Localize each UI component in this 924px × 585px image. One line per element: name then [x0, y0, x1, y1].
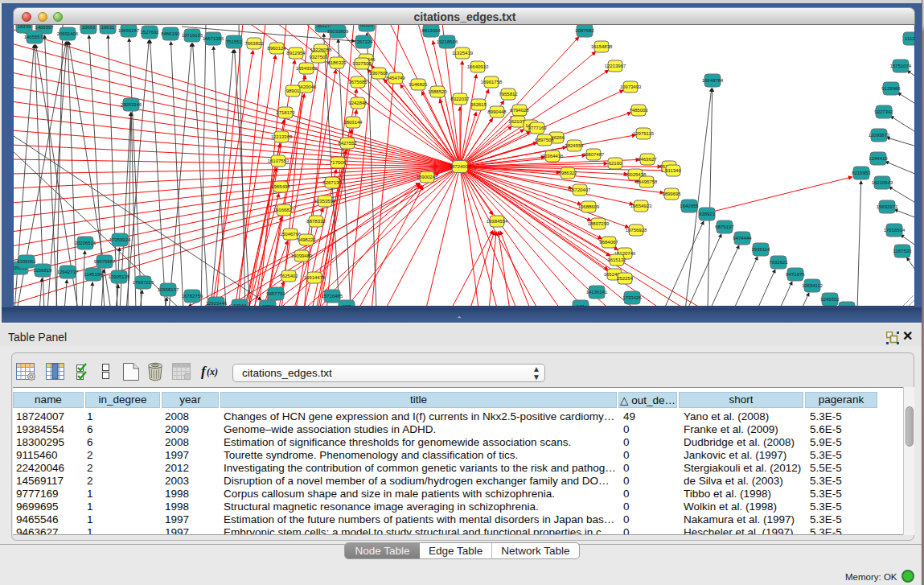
svg-text:9684067: 9684067	[599, 240, 618, 245]
svg-text:10719155: 10719155	[182, 33, 203, 38]
svg-text:16210643: 16210643	[872, 180, 893, 185]
svg-text:14099489: 14099489	[291, 253, 313, 258]
svg-text:15046766: 15046766	[280, 232, 302, 237]
svg-text:1640955: 1640955	[680, 204, 699, 208]
svg-text:7955812: 7955812	[499, 92, 518, 97]
svg-text:7986322: 7986322	[558, 171, 577, 175]
svg-text:7485003: 7485003	[629, 108, 648, 113]
svg-text:12213967: 12213967	[605, 64, 626, 68]
svg-text:8878332: 8878332	[306, 219, 326, 224]
svg-text:8454749: 8454749	[386, 76, 405, 80]
svg-text:16671355: 16671355	[203, 36, 224, 41]
svg-text:1588520: 1588520	[428, 89, 447, 94]
svg-text:10973493: 10973493	[620, 84, 642, 89]
svg-text:11125: 11125	[905, 36, 915, 41]
svg-text:9146821: 9146821	[409, 82, 428, 87]
svg-text:16107553: 16107553	[268, 159, 290, 163]
svg-text:2935114: 2935114	[752, 247, 771, 252]
svg-text:15751074: 15751074	[890, 64, 912, 68]
svg-text:15720407: 15720407	[569, 187, 591, 192]
svg-text:62160: 62160	[609, 161, 622, 166]
svg-text:14136141: 14136141	[586, 290, 608, 295]
svg-text:10688609: 10688609	[578, 204, 600, 209]
svg-text:8186323: 8186323	[327, 60, 347, 65]
svg-text:16961758: 16961758	[481, 80, 503, 84]
svg-text:9327503: 9327503	[309, 55, 328, 60]
svg-text:8990448: 8990448	[487, 109, 507, 114]
svg-text:2087682: 2087682	[575, 28, 594, 33]
svg-text:1244419: 1244419	[869, 156, 888, 161]
svg-text:141: 141	[577, 304, 585, 307]
svg-text:19756928: 19756928	[626, 228, 647, 233]
svg-text:10655267: 10655267	[118, 28, 140, 33]
svg-text:1145194: 1145194	[84, 272, 104, 277]
svg-text:9129966: 9129966	[881, 86, 901, 91]
svg-text:924565: 924565	[839, 306, 856, 307]
svg-text:938923: 938923	[699, 212, 716, 216]
svg-text:8912954: 8912954	[286, 51, 306, 56]
svg-text:93975887: 93975887	[94, 259, 116, 264]
svg-text:10654112: 10654112	[802, 283, 823, 288]
svg-text:16631: 16631	[101, 25, 115, 30]
svg-text:88326: 88326	[360, 25, 374, 27]
svg-text:1965495: 1965495	[271, 184, 290, 189]
svg-text:8813054: 8813054	[421, 28, 441, 33]
svg-text:19384554: 19384554	[487, 219, 508, 224]
svg-text:5498222: 5498222	[297, 237, 316, 242]
svg-text:9777169: 9777169	[528, 126, 547, 130]
svg-text:9899695: 9899695	[662, 192, 681, 196]
svg-text:9335051: 9335051	[17, 259, 36, 264]
svg-text:20206516: 20206516	[75, 241, 97, 245]
svg-text:98901: 98901	[286, 89, 300, 93]
svg-text:(x): (x)	[207, 366, 218, 377]
svg-text:29053346: 29053346	[121, 102, 142, 107]
svg-text:19654923: 19654923	[630, 204, 652, 208]
svg-text:6794028: 6794028	[510, 108, 529, 113]
svg-text:2803144: 2803144	[343, 120, 363, 125]
svg-text:1156819: 1156819	[34, 268, 53, 273]
svg-text:9245652: 9245652	[820, 297, 840, 302]
svg-text:6879197: 6879197	[715, 225, 734, 229]
svg-text:8267130: 8267130	[322, 180, 342, 185]
svg-text:20364436: 20364436	[542, 154, 564, 159]
svg-text:17016504: 17016504	[884, 228, 906, 233]
svg-text:19218506: 19218506	[437, 39, 458, 44]
svg-text:16495758: 16495758	[636, 179, 658, 184]
svg-text:8471676: 8471676	[786, 272, 805, 277]
svg-text:16154838: 16154838	[591, 44, 613, 49]
svg-text:16543362: 16543362	[296, 66, 318, 71]
svg-text:9474444: 9474444	[733, 236, 752, 241]
svg-text:1405557: 1405557	[35, 25, 54, 30]
svg-text:14055572: 14055572	[24, 35, 46, 39]
svg-text:11325419: 11325419	[452, 51, 474, 56]
svg-text:362615: 362615	[470, 102, 487, 107]
svg-text:16648784: 16648784	[702, 78, 724, 83]
svg-text:19166827: 19166827	[273, 208, 295, 212]
svg-text:8215953: 8215953	[852, 171, 871, 175]
svg-text:157: 157	[343, 304, 351, 307]
svg-text:16914479: 16914479	[304, 275, 326, 280]
svg-text:10807487: 10807487	[583, 152, 605, 157]
svg-text:1167533: 1167533	[893, 249, 913, 253]
svg-text:17359924: 17359924	[109, 237, 131, 242]
svg-text:12942737: 12942737	[57, 270, 79, 274]
svg-text:717006: 717006	[330, 160, 347, 165]
svg-text:16033809: 16033809	[327, 29, 349, 34]
svg-text:10653: 10653	[82, 25, 96, 30]
svg-text:12905135: 12905135	[109, 274, 130, 279]
svg-text:8960124: 8960124	[267, 46, 286, 51]
svg-text:911340: 911340	[665, 168, 681, 173]
svg-text:16640910: 16640910	[467, 64, 489, 69]
svg-text:16782759: 16782759	[182, 294, 203, 299]
svg-text:252254: 252254	[617, 276, 634, 281]
svg-text:9227342: 9227342	[874, 109, 893, 114]
svg-text:8322037: 8322037	[450, 97, 470, 101]
svg-text:15716485: 15716485	[322, 294, 343, 299]
svg-text:15692971: 15692971	[877, 204, 898, 209]
svg-text:12353594: 12353594	[314, 199, 336, 204]
svg-text:7625402: 7625402	[279, 274, 298, 278]
svg-text:18724007: 18724007	[450, 164, 471, 169]
svg-text:3824554: 3824554	[565, 143, 584, 148]
svg-text:7357224: 7357224	[354, 39, 373, 44]
svg-text:1615132: 1615132	[607, 257, 626, 262]
